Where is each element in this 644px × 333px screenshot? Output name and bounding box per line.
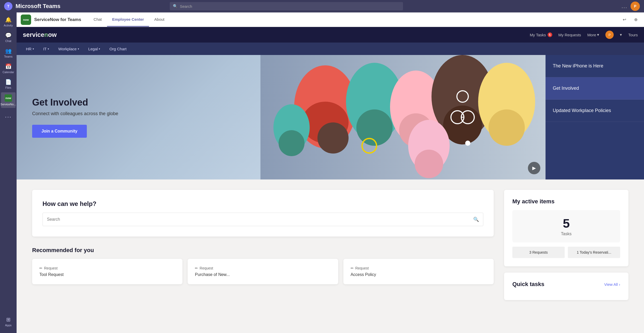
- hero-panel-get-involved[interactable]: Get Involved: [546, 77, 644, 100]
- more-link[interactable]: More ▾: [587, 32, 599, 37]
- recommended-grid: ✏ Request Tool Request ✏ Request Purchas…: [32, 259, 494, 284]
- tab-employee-center[interactable]: Employee Center: [107, 12, 149, 27]
- chevron-down-icon: ▾: [33, 47, 34, 50]
- search-icon: 🔍: [473, 217, 479, 222]
- sidebar-item-label: Chat: [5, 39, 11, 43]
- left-sidebar: 🔔 Activity 💬 Chat 👥 Teams 📅 Calendar 📄 F…: [0, 12, 17, 333]
- sn-nav: HR ▾ IT ▾ Workplace ▾ Legal ▾ Org Chart: [17, 43, 644, 55]
- rec-card-1[interactable]: ✏ Request Tool Request: [32, 259, 182, 284]
- requests-button[interactable]: 3 Requests: [512, 247, 565, 258]
- sidebar-item-label: Calendar: [3, 71, 14, 74]
- sidebar-item-label: Files: [5, 86, 11, 89]
- teams-icon: 👥: [5, 48, 12, 54]
- sidebar-item-files[interactable]: 📄 Files: [1, 77, 16, 91]
- tasks-label: Tasks: [519, 232, 614, 236]
- rec-card-type: ✏ Request: [39, 266, 175, 270]
- app-tab-bar: now ServiceNow for Teams Chat Employee C…: [17, 12, 644, 27]
- nav-item-it[interactable]: IT ▾: [39, 45, 53, 53]
- chevron-down-icon: ▾: [78, 47, 79, 50]
- nav-item-org-chart[interactable]: Org Chart: [105, 45, 131, 53]
- more-options-icon[interactable]: ...: [621, 3, 627, 9]
- help-card: How can we help? 🔍: [32, 190, 494, 237]
- view-all-link[interactable]: View All ›: [604, 282, 620, 287]
- sidebar-item-calendar[interactable]: 📅 Calendar: [1, 61, 16, 76]
- hero-panel-new-iphone[interactable]: The New iPhone is Here: [546, 55, 644, 77]
- my-requests-link[interactable]: My Requests: [558, 33, 581, 37]
- hero-section: Get Involved Connect with colleagues acr…: [17, 55, 644, 179]
- recommended-section: Recommended for you ✏ Request Tool Reque…: [32, 247, 494, 284]
- sidebar-item-servicenow[interactable]: now ServiceNo...: [1, 92, 16, 108]
- servicenow-app-icon: now: [21, 15, 31, 25]
- reservations-button[interactable]: 1 Today's Reservati...: [568, 247, 620, 258]
- rec-card-type: ✏ Request: [351, 266, 486, 270]
- sidebar-item-activity[interactable]: 🔔 Activity: [1, 15, 16, 29]
- hero-title: Get Involved: [32, 97, 245, 108]
- app-tab-bar-title: ServiceNow for Teams: [34, 17, 81, 22]
- help-search-box[interactable]: 🔍: [43, 213, 483, 226]
- files-icon: 📄: [5, 79, 12, 85]
- rec-card-2[interactable]: ✏ Request Purchase of New...: [188, 259, 338, 284]
- left-column: How can we help? 🔍 Recommended for you ✏…: [32, 190, 494, 323]
- activity-icon: 🔔: [5, 17, 12, 23]
- chat-icon: 💬: [5, 32, 12, 38]
- teams-logo-icon: T: [4, 2, 12, 10]
- calendar-icon: 📅: [5, 63, 12, 70]
- join-community-button[interactable]: Join a Community: [32, 125, 87, 138]
- rec-card-title: Purchase of New...: [195, 272, 331, 277]
- quick-tasks-card: Quick tasks View All ›: [504, 273, 628, 300]
- sidebar-item-apps[interactable]: ⊞ Apps: [1, 314, 16, 329]
- sidebar-item-label: Apps: [5, 324, 11, 327]
- sidebar-item-chat[interactable]: 💬 Chat: [1, 30, 16, 45]
- tasks-number: 5: [519, 216, 614, 231]
- app-tab-right: ↩ ⊕: [620, 16, 640, 24]
- quick-tasks-title: Quick tasks: [512, 281, 544, 288]
- svg-point-21: [415, 150, 443, 178]
- sn-user-avatar[interactable]: P: [605, 31, 614, 39]
- popout-icon[interactable]: ⊕: [632, 16, 640, 24]
- title-bar-right: ... P: [621, 2, 640, 11]
- rec-card-3[interactable]: ✏ Request Access Policy: [343, 259, 494, 284]
- help-title: How can we help?: [43, 200, 483, 207]
- sidebar-item-teams[interactable]: 👥 Teams: [1, 46, 16, 60]
- chevron-down-icon: ▾: [597, 32, 599, 37]
- active-items-title: My active items: [512, 198, 620, 205]
- play-button[interactable]: ▶: [528, 162, 540, 174]
- help-search-input[interactable]: [47, 217, 473, 222]
- request-icon: ✏: [351, 266, 354, 270]
- svg-point-9: [443, 106, 482, 144]
- nav-item-legal[interactable]: Legal ▾: [84, 45, 104, 53]
- rec-card-title: Access Policy: [351, 272, 486, 277]
- request-icon: ✏: [195, 266, 198, 270]
- search-icon: 🔍: [173, 4, 178, 9]
- hero-sidebar: The New iPhone is Here Get Involved Upda…: [546, 55, 644, 179]
- active-items-card: My active items 5 Tasks 3 Requests 1 Tod…: [504, 190, 628, 266]
- tab-about[interactable]: About: [149, 12, 169, 27]
- tab-chat[interactable]: Chat: [88, 12, 107, 27]
- people-illustration: [260, 55, 546, 179]
- sn-header: servicenow My Tasks 5 My Requests More ▾…: [17, 27, 644, 43]
- hero-panel-workplace-policies[interactable]: Updated Workplace Policies: [546, 100, 644, 122]
- svg-point-3: [317, 122, 349, 154]
- tasks-badge: 5: [548, 32, 552, 37]
- my-tasks-link[interactable]: My Tasks 5: [530, 32, 552, 37]
- sidebar-item-more[interactable]: ···: [1, 111, 16, 122]
- refresh-icon[interactable]: ↩: [620, 16, 628, 24]
- servicenow-icon: now: [5, 94, 12, 102]
- svg-point-14: [489, 109, 525, 146]
- title-bar: T Microsoft Teams 🔍 Search ... P: [0, 0, 644, 12]
- tasks-row: 3 Requests 1 Today's Reservati...: [512, 247, 620, 258]
- hero-illustration: ▶: [260, 55, 546, 179]
- play-icon: ▶: [532, 165, 536, 171]
- sidebar-item-label: ServiceNo...: [1, 103, 16, 106]
- user-avatar[interactable]: P: [631, 2, 640, 11]
- nav-item-hr[interactable]: HR ▾: [22, 45, 38, 53]
- rec-card-type: ✏ Request: [195, 266, 331, 270]
- main-content: How can we help? 🔍 Recommended for you ✏…: [17, 179, 644, 333]
- sidebar-item-label: Activity: [4, 24, 13, 27]
- nav-item-workplace[interactable]: Workplace ▾: [54, 45, 83, 53]
- request-icon: ✏: [39, 266, 43, 270]
- tours-link[interactable]: Tours: [628, 33, 638, 37]
- svg-point-19: [279, 130, 305, 156]
- global-search-box[interactable]: 🔍 Search: [170, 2, 403, 10]
- apps-icon: ⊞: [6, 316, 11, 323]
